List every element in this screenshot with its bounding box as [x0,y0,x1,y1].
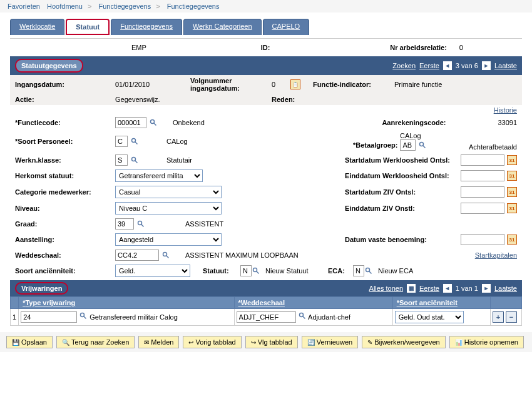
graad-label: Graad: [15,220,115,228]
bc-favorieten[interactable]: Favorieten [8,3,40,10]
col-type-vrijwaring[interactable]: Type vrijwaring [19,297,234,309]
calendar-icon[interactable]: 31 [507,203,517,213]
calendar-icon[interactable]: 31 [507,235,517,245]
svg-point-6 [132,158,136,161]
vlg-tabblad-button[interactable]: ↪Vlg tabblad [245,336,298,348]
soort-ancienniteit-label: Soort anciënniteit: [15,267,115,275]
id-label: ID: [261,44,391,51]
soort-personeel-input[interactable] [115,136,128,147]
werknklasse-input[interactable] [115,154,128,166]
vr-wedde-input[interactable] [237,311,296,323]
vr-soort-select[interactable]: Geld. Oud stat. [395,311,464,323]
herkomst-statuut-select[interactable]: Getransfereerd milita [115,169,203,182]
save-icon: 💾 [12,339,19,346]
einddatum-werkloosheid-input[interactable] [461,170,504,181]
next-icon[interactable]: ► [482,61,491,70]
svg-line-11 [166,256,169,258]
einddatum-ziv-input[interactable] [461,203,504,214]
soort-ancienniteit-select[interactable]: Geld. [115,265,190,277]
svg-point-0 [151,120,155,124]
startdatum-werkloosheid-input[interactable] [461,154,504,166]
calendar-icon[interactable]: 31 [507,155,517,165]
startkapitalen-link[interactable]: Startkapitalen [475,251,517,259]
werknklasse-desc: Statutair [166,156,192,164]
categorie-medewerker-select[interactable]: Casual [115,186,222,198]
lookup-icon[interactable] [161,251,170,260]
weddeschaal-desc: ASSISTENT MAXIMUM LOOPBAAN [185,251,299,259]
bc-fg1[interactable]: Functiegegevens [98,3,151,10]
tab-werkn-categorieen[interactable]: Werkn Categorieen [183,19,262,35]
svg-line-19 [302,316,305,319]
statuutgegevens-title: Statuutgegevens [15,59,83,73]
prev-icon[interactable]: ◄ [443,61,452,70]
laatste-link[interactable]: Laatste [494,62,517,69]
eca-input[interactable] [353,265,364,276]
weddeschaal-input[interactable] [115,250,159,261]
betaalgroep-input[interactable] [400,139,416,151]
col-soort-ancienniteit[interactable]: Soort anciënniteit [392,297,490,309]
functiecode-input[interactable] [115,117,146,128]
zoeken-link[interactable]: Zoeken [392,62,416,69]
col-weddeschaal[interactable]: Weddeschaal [234,297,392,309]
terug-button[interactable]: 🔍Terug naar Zoeken [56,336,135,348]
startdatum-werkloosheid-label: Startdatum Werkloosheid Ontsl: [345,156,461,164]
svg-point-12 [253,268,257,272]
lookup-icon[interactable] [130,137,139,146]
tab-capelo[interactable]: CAPELO [263,19,310,35]
tab-functiegegevens[interactable]: Functiegegevens [111,19,182,35]
reden-label: Reden: [272,96,322,103]
vr-laatste-link[interactable]: Laatste [494,285,517,292]
lookup-icon[interactable] [136,220,145,228]
tab-werklocatie[interactable]: Werklocatie [10,19,64,35]
herkomst-statuut-label: Herkomst statuut: [15,172,115,179]
lookup-icon[interactable] [418,141,427,149]
datum-vaste-benoeming-input[interactable] [461,234,504,245]
lookup-icon[interactable] [298,311,307,320]
eca-desc: Nieuw ECA [378,267,413,275]
add-row-button[interactable]: + [493,311,504,323]
vr-prev-icon[interactable]: ◄ [443,284,452,293]
expand-icon[interactable]: ▦ [407,284,416,293]
startdatum-ziv-input[interactable] [461,186,504,198]
calendar-icon[interactable]: 📋 [290,79,300,89]
historie-link[interactable]: Historie [10,105,522,115]
statuutgegevens-header: Statuutgegevens Zoeken Eerste ◄ 3 van 6 … [10,56,522,75]
niveau-select[interactable]: Niveau C [115,202,222,215]
lookup-icon[interactable] [149,118,158,127]
alles-tonen-link[interactable]: Alles tonen [369,285,403,292]
svg-line-3 [135,142,138,144]
aanstelling-select[interactable]: Aangesteld [115,233,222,246]
opslaan-button[interactable]: 💾Opslaan [6,336,53,348]
row-number: 1 [11,309,19,326]
lookup-icon[interactable] [130,156,139,164]
bc-fg2[interactable]: Functiegegevens [167,3,220,10]
vr-type-input[interactable] [21,311,77,323]
prev-icon: ↩ [188,339,193,346]
vorig-tabblad-button[interactable]: ↩Vorig tabblad [183,336,241,348]
svg-point-14 [366,268,370,272]
eerste-link[interactable]: Eerste [419,62,439,69]
tab-statuut[interactable]: Statuut [66,19,110,35]
einddatum-werkloosheid-label: Einddatum Werkloosheid Ontsl: [345,172,461,179]
betaalgroep-desc: Achterafbetaald [469,143,517,151]
weddeschaal-label: Weddeschaal: [15,251,115,259]
graad-input[interactable] [115,218,134,230]
vr-next-icon[interactable]: ► [482,284,491,293]
lookup-icon[interactable] [364,266,373,275]
graad-desc: ASSISTENT [185,220,223,228]
lookup-icon[interactable] [252,266,260,275]
refresh-icon: 🔄 [307,339,315,346]
melden-button[interactable]: ✉Melden [138,336,179,348]
svg-line-17 [84,316,86,319]
historie-opnemen-button[interactable]: 📊Historie opnemen [449,336,524,348]
vr-eerste-link[interactable]: Eerste [419,285,439,292]
lookup-icon[interactable] [79,311,88,320]
bc-hoofdmenu[interactable]: Hoofdmenu [47,3,83,10]
vernieuwen-button[interactable]: 🔄Vernieuwen [302,336,359,348]
volgnummer-label: Volgnummer ingangsdatum: [190,77,272,92]
remove-row-button[interactable]: − [506,311,517,323]
calendar-icon[interactable]: 31 [507,187,517,197]
calendar-icon[interactable]: 31 [507,171,517,181]
statuut-input[interactable] [240,265,252,276]
bijwerken-button[interactable]: ✎Bijwerken/weergeven [362,336,446,348]
